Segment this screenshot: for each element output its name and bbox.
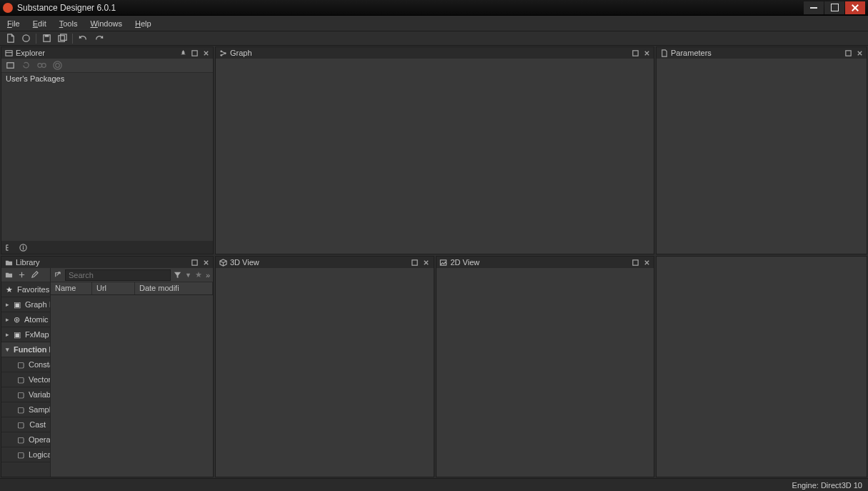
panel-3d-view-header[interactable]: 3D View bbox=[216, 257, 434, 268]
parameters-lower-body[interactable] bbox=[657, 257, 867, 477]
toolbar-saveall-icon[interactable] bbox=[56, 33, 68, 44]
explorer-packages-root[interactable]: User's Packages bbox=[1, 73, 213, 84]
window-titlebar: Substance Designer 6.0.1 bbox=[0, 0, 868, 16]
statusbar-engine: Engine: Direct3D 10 bbox=[792, 481, 862, 490]
library-search-input[interactable] bbox=[65, 269, 171, 281]
panel-close-icon[interactable] bbox=[642, 49, 651, 57]
parameters-body[interactable] bbox=[657, 59, 867, 254]
panel-close-icon[interactable] bbox=[422, 258, 431, 267]
filter-dropdown-icon[interactable]: ▼ bbox=[185, 272, 191, 279]
explorer-settings-icon[interactable] bbox=[51, 60, 63, 71]
menu-windows[interactable]: Windows bbox=[90, 19, 122, 29]
explorer-link-icon[interactable] bbox=[36, 60, 47, 71]
library-more-icon[interactable]: » bbox=[206, 271, 210, 279]
menu-tools-label: ools bbox=[63, 19, 77, 28]
view2d-canvas[interactable] bbox=[437, 268, 654, 477]
chevron-right-icon: ▸ bbox=[6, 316, 9, 323]
library-col-name[interactable]: Name bbox=[51, 282, 92, 294]
graph-panel-icon bbox=[219, 49, 227, 57]
library-cat-graph-items[interactable]: ▸▣Graph Items bbox=[1, 297, 50, 312]
library-subcat-variables[interactable]: ▢Variables bbox=[1, 387, 50, 402]
toolbar-new-icon[interactable] bbox=[4, 33, 16, 44]
panel-float-icon[interactable] bbox=[844, 49, 852, 57]
toolbar-undo-icon[interactable] bbox=[77, 33, 89, 44]
library-edit-icon[interactable] bbox=[30, 271, 39, 279]
library-results[interactable] bbox=[51, 295, 213, 477]
library-cat-label: Cast bbox=[29, 420, 46, 429]
window-maximize-button[interactable] bbox=[824, 1, 844, 14]
panel-close-icon[interactable] bbox=[201, 258, 210, 267]
main-toolbar bbox=[0, 31, 868, 46]
panel-float-icon[interactable] bbox=[411, 258, 419, 267]
menu-file[interactable]: File bbox=[7, 19, 20, 29]
panel-float-icon[interactable] bbox=[631, 258, 639, 267]
library-column-headers: Name Url Date modifi bbox=[51, 282, 213, 295]
library-subcat-constant[interactable]: ▢Constant bbox=[1, 357, 50, 372]
menu-tools[interactable]: Tools bbox=[59, 19, 78, 29]
library-col-url[interactable]: Url bbox=[92, 282, 135, 294]
svg-point-8 bbox=[37, 64, 41, 68]
window-close-button[interactable] bbox=[845, 1, 865, 14]
explorer-new-package-icon[interactable] bbox=[4, 60, 16, 71]
toolbar-separator bbox=[36, 34, 36, 44]
library-subcat-operator[interactable]: ▢Operator bbox=[1, 432, 50, 447]
filter-icon[interactable] bbox=[174, 271, 182, 279]
library-subcat-cast[interactable]: ▢Cast bbox=[1, 417, 50, 432]
library-cat-label: Logical bbox=[29, 450, 50, 459]
star-icon[interactable]: ★ bbox=[194, 271, 203, 279]
explorer-toolbar bbox=[1, 59, 213, 73]
panel-explorer-header[interactable]: Explorer bbox=[1, 47, 213, 59]
explorer-tree[interactable]: User's Packages bbox=[1, 73, 213, 241]
toolbar-open-icon[interactable] bbox=[20, 33, 31, 44]
explorer-footer-tree-icon[interactable] bbox=[4, 243, 13, 252]
library-add-folder-icon[interactable] bbox=[4, 271, 13, 279]
library-cat-fxmap[interactable]: ▸▣FxMap Nodes bbox=[1, 327, 50, 342]
explorer-footer-info-icon[interactable] bbox=[19, 243, 27, 252]
library-search-row: ▼ ★ » bbox=[51, 268, 213, 282]
menu-file-label: ile bbox=[12, 19, 20, 28]
explorer-refresh-icon[interactable] bbox=[20, 60, 31, 71]
menu-help[interactable]: Help bbox=[135, 19, 151, 29]
panel-float-icon[interactable] bbox=[190, 258, 199, 267]
library-cat-favorites[interactable]: ★Favorites bbox=[1, 282, 50, 297]
library-subcat-logical[interactable]: ▢Logical bbox=[1, 447, 50, 462]
doc-icon: ▢ bbox=[17, 435, 24, 444]
panel-library-header[interactable]: Library bbox=[1, 257, 213, 268]
window-minimize-button[interactable] bbox=[804, 1, 824, 14]
panel-close-icon[interactable] bbox=[855, 49, 864, 57]
view3d-canvas[interactable] bbox=[216, 268, 434, 477]
svg-rect-6 bbox=[191, 50, 196, 55]
panel-close-icon[interactable] bbox=[642, 258, 651, 267]
svg-point-10 bbox=[55, 64, 59, 68]
svg-point-0 bbox=[22, 35, 29, 41]
window-title: Substance Designer 6.0.1 bbox=[17, 3, 116, 13]
library-cat-label: Vector bbox=[29, 375, 50, 384]
svg-rect-7 bbox=[6, 63, 13, 69]
panel-float-icon[interactable] bbox=[190, 49, 199, 57]
explorer-panel-icon bbox=[4, 49, 13, 57]
menu-edit[interactable]: Edit bbox=[33, 19, 46, 29]
library-add-icon[interactable] bbox=[17, 271, 26, 279]
doc-icon: ▢ bbox=[17, 450, 24, 459]
panel-library: Library ★Favorites bbox=[1, 256, 214, 477]
library-cat-atomic[interactable]: ▸⊛Atomic Nod... bbox=[1, 312, 50, 327]
panel-close-icon[interactable] bbox=[201, 49, 210, 57]
doc-icon: ▢ bbox=[17, 390, 24, 399]
panel-float-icon[interactable] bbox=[631, 49, 639, 57]
library-subcat-samplers[interactable]: ▢Samplers bbox=[1, 402, 50, 417]
panel-2d-view-header[interactable]: 2D View bbox=[437, 257, 654, 268]
toolbar-save-icon[interactable] bbox=[41, 33, 52, 44]
popout-icon[interactable] bbox=[54, 271, 62, 279]
library-subcat-vector[interactable]: ▢Vector bbox=[1, 372, 50, 387]
svg-rect-21 bbox=[632, 259, 637, 264]
library-col-date[interactable]: Date modifi bbox=[135, 282, 213, 294]
graph-canvas[interactable] bbox=[216, 59, 654, 254]
menu-windows-label: indows bbox=[98, 19, 122, 28]
toolbar-redo-icon[interactable] bbox=[93, 33, 104, 44]
panel-graph-header[interactable]: Graph bbox=[216, 47, 654, 59]
library-cat-function[interactable]: ▾Function N... bbox=[1, 342, 50, 357]
panel-parameters-header[interactable]: Parameters bbox=[657, 47, 867, 59]
svg-rect-17 bbox=[845, 50, 850, 55]
app-icon bbox=[3, 3, 13, 13]
panel-pin-icon[interactable] bbox=[179, 49, 187, 57]
